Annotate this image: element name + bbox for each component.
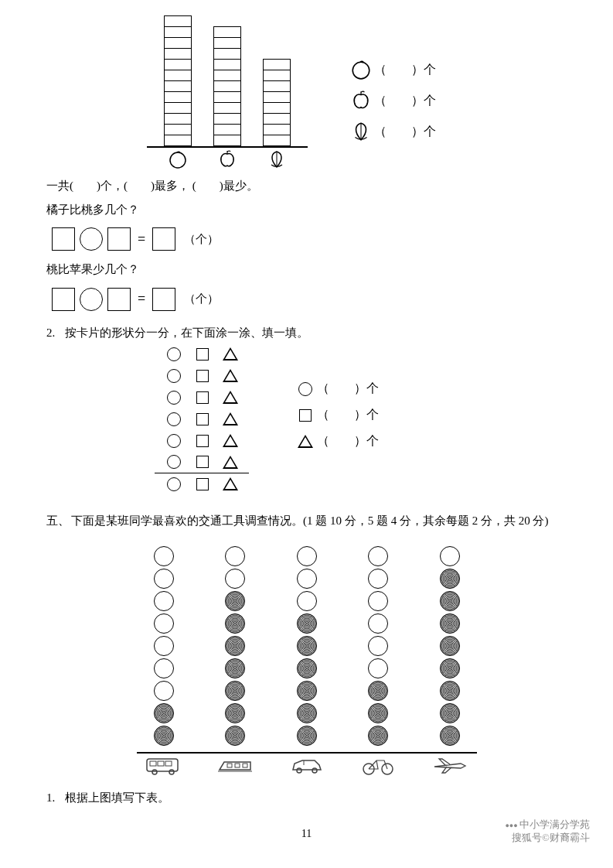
shape-answers: （ ） 个 （ ） 个 （ ） 个	[294, 376, 379, 455]
unit: （个）	[184, 289, 219, 309]
dot-empty	[154, 681, 174, 701]
dot-empty	[154, 636, 174, 656]
unit: 个	[424, 90, 436, 112]
dot-filled	[440, 569, 460, 589]
dot-filled	[440, 703, 460, 723]
fruit-bar-chart: （ ） 个 （ ） 个 （ ） 个	[147, 15, 567, 169]
shape-answer-square: （ ） 个	[294, 402, 379, 429]
plane-icon	[431, 755, 469, 777]
svg-point-6	[152, 770, 157, 774]
dot-empty	[368, 569, 388, 589]
apple-icon	[348, 90, 374, 111]
circle-icon	[294, 382, 317, 396]
square-icon	[294, 409, 317, 422]
svg-rect-3	[150, 761, 156, 766]
orange-vs-peach-q: 橘子比桃多几个？	[46, 200, 567, 220]
bar-peach	[261, 59, 292, 146]
section-5-label: 五、	[46, 511, 71, 531]
blank-box[interactable]	[52, 288, 75, 311]
dot-filled	[225, 613, 245, 634]
shape-sort-chart: （ ） 个 （ ） 个 （ ） 个	[155, 343, 567, 498]
dot-empty	[154, 591, 174, 611]
vehicle-column	[288, 545, 326, 747]
peach-vs-apple-q: 桃比苹果少几个？	[46, 259, 567, 280]
shape-row	[155, 365, 249, 387]
dot-filled	[440, 591, 460, 611]
unit: 个	[424, 121, 436, 143]
total-line: 一共( )个，( )最多， ( )最少。	[46, 176, 567, 196]
svg-point-13	[312, 768, 317, 773]
dot-filled	[297, 658, 317, 678]
section-5-text: 下面是某班同学最喜欢的交通工具调查情况。(1 题 10 分，5 题 4 分，其余…	[71, 511, 567, 531]
dot-filled	[368, 726, 388, 746]
dot-filled	[225, 658, 245, 678]
vehicle-column	[359, 545, 397, 747]
paren-blank: （ ）	[317, 404, 366, 426]
dot-empty	[368, 636, 388, 656]
dot-empty	[154, 613, 174, 634]
unit: 个	[424, 59, 436, 81]
dot-filled	[225, 636, 245, 656]
dot-filled	[225, 703, 245, 723]
dot-empty	[297, 591, 317, 611]
answer-peach: （ ） 个	[348, 116, 436, 147]
dot-filled	[368, 703, 388, 723]
dot-filled	[368, 681, 388, 701]
peach-icon	[348, 121, 374, 142]
apple-icon	[212, 149, 243, 169]
question-1b: 1. 根据上图填写下表。	[46, 788, 567, 808]
bars-container	[147, 15, 308, 148]
section-5: 五、 下面是某班同学最喜欢的交通工具调查情况。(1 题 10 分，5 题 4 分…	[46, 511, 567, 531]
paren-blank: （ ）	[374, 90, 424, 112]
unit: （个）	[184, 229, 219, 250]
shape-row	[155, 343, 249, 365]
equation-1: = （个）	[49, 227, 567, 251]
watermark: 中小学满分学苑 搜狐号©财裔霸斗	[505, 818, 590, 845]
orange-icon	[348, 59, 374, 80]
svg-rect-2	[147, 759, 178, 771]
dot-filled	[440, 726, 460, 746]
dot-empty	[297, 569, 317, 589]
dot-empty	[225, 546, 245, 566]
dot-filled	[225, 681, 245, 701]
triangle-icon	[294, 435, 317, 448]
dot-filled	[440, 658, 460, 678]
equals: =	[138, 286, 145, 311]
paren-blank: （ ）	[374, 121, 424, 143]
blank-op[interactable]	[80, 227, 103, 251]
dot-filled	[297, 636, 317, 656]
equals: =	[138, 227, 145, 251]
q1b-text: 根据上图填写下表。	[65, 788, 169, 808]
svg-point-1	[352, 62, 370, 79]
paren-blank: （ ）	[317, 378, 366, 400]
blank-box[interactable]	[107, 227, 131, 251]
blank-box[interactable]	[152, 227, 175, 251]
svg-point-12	[297, 768, 301, 773]
dot-filled	[440, 681, 460, 701]
vehicle-column	[145, 545, 183, 747]
dot-empty	[368, 591, 388, 611]
svg-rect-10	[243, 764, 247, 767]
blank-box[interactable]	[52, 227, 75, 251]
blank-op[interactable]	[80, 288, 103, 311]
svg-point-7	[169, 770, 174, 774]
dot-filled	[154, 726, 174, 746]
bar-apple	[212, 26, 243, 146]
dot-empty	[368, 613, 388, 634]
dot-filled	[154, 703, 174, 723]
blank-box[interactable]	[152, 288, 175, 311]
unit: 个	[366, 378, 379, 400]
bus-icon	[145, 755, 183, 777]
dot-empty	[368, 658, 388, 678]
blank-box[interactable]	[107, 288, 131, 311]
dot-filled	[297, 703, 317, 723]
unit: 个	[366, 404, 379, 426]
dot-empty	[225, 569, 245, 589]
dot-empty	[154, 546, 174, 566]
svg-rect-8	[227, 764, 232, 767]
dot-empty	[154, 569, 174, 589]
answer-orange: （ ） 个	[348, 54, 436, 85]
watermark-line2: 搜狐号©财裔霸斗	[505, 832, 590, 845]
svg-point-0	[170, 152, 186, 168]
shape-row	[155, 387, 249, 408]
